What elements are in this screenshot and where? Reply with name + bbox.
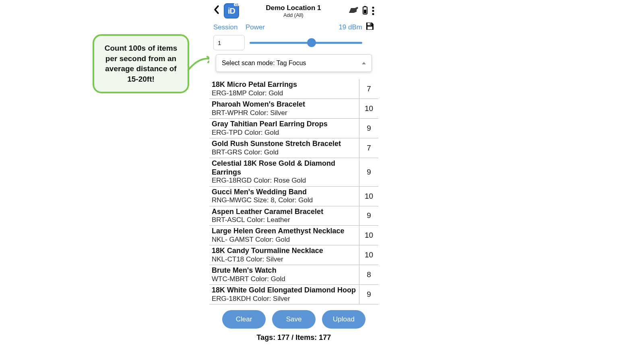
item-count: 9 [359,119,378,138]
item-count: 10 [359,187,378,206]
slider-track [250,42,362,44]
list-item-info: Gucci Men's Wedding BandRNG-MWGC Size: 8… [209,187,359,206]
list-item[interactable]: Celestial 18K Rose Gold & Diamond Earrin… [209,158,378,187]
list-item-info: Large Helen Green Amethyst NecklaceNKL- … [209,226,359,245]
item-sku: ERG-18KDH Color: Silver [212,295,357,303]
logo-badge: V2 [234,3,239,6]
list-item[interactable]: Gucci Men's Wedding BandRNG-MWGC Size: 8… [209,187,378,206]
control-inputs [213,35,374,50]
list-item[interactable]: Large Helen Green Amethyst NecklaceNKL- … [209,226,378,245]
controls-panel: Session Power 19 dBm Select scan mode: T… [209,21,378,75]
action-buttons: Clear Save Upload [209,304,378,332]
svg-point-3 [372,7,374,9]
list-item[interactable]: Pharoah Women's BraceletBRT-WPHR Color: … [209,99,378,119]
scanner-icon[interactable] [348,6,358,16]
item-count: 10 [359,99,378,118]
list-item[interactable]: 18K Candy Tourmaline NecklaceNKL-CT18 Co… [209,245,378,265]
item-sku: BRT-WPHR Color: Silver [212,109,357,117]
list-item[interactable]: Gold Rush Sunstone Stretch BraceletBRT-G… [209,138,378,158]
footer-summary: Tags: 177 / Items: 177 [209,332,378,346]
session-label: Session [213,23,246,31]
upload-button[interactable]: Upload [322,310,365,329]
item-sku: RNG-MWGC Size: 8, Color: Gold [212,196,357,204]
power-label: Power [246,23,330,31]
item-title: Gold Rush Sunstone Stretch Bracelet [212,140,357,148]
item-count: 9 [359,285,378,304]
item-title: Aspen Leather Caramel Bracelet [212,208,357,216]
svg-rect-7 [370,23,371,25]
item-sku: ERG-18RGD Color: Rose Gold [212,177,357,185]
svg-point-4 [372,10,374,12]
item-sku: WTC-MBRT Color: Gold [212,275,357,283]
page-subtitle: Add (All) [242,12,345,18]
session-input[interactable] [213,35,245,50]
item-sku: NKL- GAMST Color: Gold [212,236,357,244]
item-count: 7 [359,138,378,158]
power-value: 19 dBm [330,23,362,31]
list-item[interactable]: Gray Tahitian Pearl Earring DropsERG-TPD… [209,119,378,138]
item-sku: NKL-CT18 Color: Silver [212,255,357,263]
svg-point-5 [372,13,374,15]
item-title: Celestial 18K Rose Gold & Diamond Earrin… [212,159,357,177]
item-sku: BRT-ASCL Color: Leather [212,216,357,224]
list-item-info: 18K Micro Petal EarringsERG-18MP Color: … [209,79,359,99]
list-item-info: 18K Candy Tourmaline NecklaceNKL-CT18 Co… [209,245,359,265]
menu-kebab-icon[interactable] [372,6,374,15]
svg-rect-8 [367,27,372,29]
item-list[interactable]: 18K Micro Petal EarringsERG-18MP Color: … [209,79,378,304]
item-count: 9 [359,206,378,226]
item-count: 10 [359,226,378,245]
title-block: Demo Location 1 Add (All) [242,4,345,18]
item-title: 18K White Gold Elongated Diamond Hoop [212,286,357,295]
list-item-info: Aspen Leather Caramel BraceletBRT-ASCL C… [209,206,359,226]
power-slider[interactable] [250,37,374,49]
clear-button[interactable]: Clear [222,310,266,329]
svg-rect-2 [364,10,366,13]
app-header: iD V2 Demo Location 1 Add (All) [209,0,378,21]
callout-text: Count 100s of items per second from an a… [105,44,178,83]
promo-callout: Count 100s of items per second from an a… [93,34,189,93]
list-item-info: Brute Men's WatchWTC-MBRT Color: Gold [209,265,359,284]
back-button[interactable] [213,4,221,17]
list-item-info: 18K White Gold Elongated Diamond HoopERG… [209,285,359,304]
item-count: 10 [359,245,378,265]
control-labels: Session Power 19 dBm [213,22,374,33]
list-item-info: Gold Rush Sunstone Stretch BraceletBRT-G… [209,138,359,158]
scan-mode-dropdown[interactable]: Select scan mode: Tag Focus [216,54,372,72]
list-item[interactable]: 18K Micro Petal EarringsERG-18MP Color: … [209,79,378,99]
save-button[interactable]: Save [272,310,316,329]
battery-icon [362,6,368,16]
chevron-up-icon [362,62,366,64]
save-settings-icon[interactable] [362,22,374,33]
page-title: Demo Location 1 [242,4,345,12]
list-item[interactable]: 18K White Gold Elongated Diamond HoopERG… [209,285,378,304]
svg-rect-1 [364,6,366,7]
item-sku: BRT-GRS Color: Gold [212,148,357,156]
list-item[interactable]: Aspen Leather Caramel BraceletBRT-ASCL C… [209,206,378,226]
list-item-info: Celestial 18K Rose Gold & Diamond Earrin… [209,158,359,186]
logo-text: iD [228,6,235,16]
item-title: Gray Tahitian Pearl Earring Drops [212,120,357,129]
item-title: Pharoah Women's Bracelet [212,100,357,109]
item-sku: ERG-18MP Color: Gold [212,89,357,97]
scan-mode-label: Select scan mode: Tag Focus [222,60,306,67]
item-count: 8 [359,265,378,284]
item-title: Large Helen Green Amethyst Necklace [212,227,357,236]
item-title: Brute Men's Watch [212,266,357,275]
item-title: Gucci Men's Wedding Band [212,188,357,197]
app-screen: iD V2 Demo Location 1 Add (All) Session … [209,0,378,346]
list-item-info: Pharoah Women's BraceletBRT-WPHR Color: … [209,99,359,118]
item-count: 7 [359,79,378,99]
list-item[interactable]: Brute Men's WatchWTC-MBRT Color: Gold8 [209,265,378,285]
item-title: 18K Micro Petal Earrings [212,80,357,89]
item-count: 9 [359,158,378,186]
item-title: 18K Candy Tourmaline Necklace [212,247,357,255]
list-item-info: Gray Tahitian Pearl Earring DropsERG-TPD… [209,119,359,138]
item-sku: ERG-TPD Color: Gold [212,129,357,137]
slider-thumb[interactable] [307,38,316,47]
app-logo: iD V2 [224,3,239,19]
header-icons [348,6,374,16]
